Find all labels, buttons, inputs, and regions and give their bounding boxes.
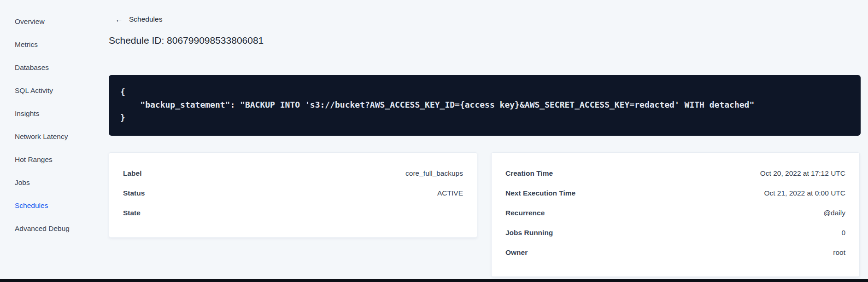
sidebar-item-schedules[interactable]: Schedules bbox=[0, 194, 97, 217]
sidebar-item-network-latency[interactable]: Network Latency bbox=[0, 125, 97, 148]
sidebar-item-sql-activity[interactable]: SQL Activity bbox=[0, 79, 97, 102]
detail-row-label: Label core_full_backups bbox=[123, 163, 463, 183]
detail-row-recurrence: Recurrence @daily bbox=[505, 203, 845, 223]
row-value: ACTIVE bbox=[437, 189, 463, 197]
sidebar-item-metrics[interactable]: Metrics bbox=[0, 33, 97, 56]
schedule-definition-code-block: { "backup_statement": "BACKUP INTO 's3:/… bbox=[109, 75, 861, 136]
row-value: root bbox=[833, 248, 845, 257]
detail-row-status: Status ACTIVE bbox=[123, 183, 463, 203]
row-label: Next Execution Time bbox=[505, 189, 575, 197]
code-line: { bbox=[120, 86, 849, 98]
schedule-details-card: Label core_full_backups Status ACTIVE St… bbox=[109, 152, 477, 238]
sidebar: Overview Metrics Databases SQL Activity … bbox=[0, 0, 97, 240]
sidebar-item-advanced-debug[interactable]: Advanced Debug bbox=[0, 217, 97, 240]
row-label: Jobs Running bbox=[505, 229, 553, 237]
page-title: Schedule ID: 806799098533806081 bbox=[109, 34, 264, 47]
detail-row-creation-time: Creation Time Oct 20, 2022 at 17:12 UTC bbox=[505, 163, 845, 183]
back-link-label: Schedules bbox=[129, 15, 162, 23]
detail-row-next-execution-time: Next Execution Time Oct 21, 2022 at 0:00… bbox=[505, 183, 845, 203]
row-label: Creation Time bbox=[505, 169, 553, 178]
code-line: "backup_statement": "BACKUP INTO 's3://b… bbox=[120, 98, 849, 111]
row-label: State bbox=[123, 209, 141, 217]
back-to-schedules-link[interactable]: ← Schedules bbox=[115, 15, 162, 23]
detail-row-state: State bbox=[123, 203, 463, 223]
back-arrow-icon: ← bbox=[115, 16, 123, 23]
detail-row-jobs-running: Jobs Running 0 bbox=[505, 223, 845, 242]
row-value: @daily bbox=[823, 209, 845, 217]
row-value: core_full_backups bbox=[405, 169, 463, 178]
sidebar-item-hot-ranges[interactable]: Hot Ranges bbox=[0, 148, 97, 171]
window-bottom-edge bbox=[0, 279, 868, 282]
row-label: Status bbox=[123, 189, 145, 197]
row-value: 0 bbox=[841, 229, 845, 237]
row-label: Label bbox=[123, 169, 141, 178]
sidebar-item-insights[interactable]: Insights bbox=[0, 102, 97, 125]
sidebar-item-databases[interactable]: Databases bbox=[0, 56, 97, 79]
sidebar-item-overview[interactable]: Overview bbox=[0, 10, 97, 33]
code-line: } bbox=[120, 111, 849, 124]
schedule-timing-card: Creation Time Oct 20, 2022 at 17:12 UTC … bbox=[491, 152, 860, 277]
row-label: Recurrence bbox=[505, 209, 545, 217]
row-label: Owner bbox=[505, 248, 528, 257]
row-value: Oct 20, 2022 at 17:12 UTC bbox=[760, 169, 845, 178]
detail-row-owner: Owner root bbox=[505, 242, 845, 262]
sidebar-item-jobs[interactable]: Jobs bbox=[0, 171, 97, 194]
row-value: Oct 21, 2022 at 0:00 UTC bbox=[764, 189, 845, 197]
